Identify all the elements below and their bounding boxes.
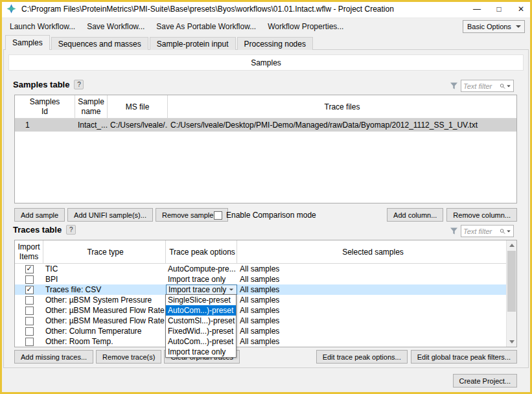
selected-samples-cell[interactable]: All samples [237,284,506,295]
window-title: C:\Program Files\ProteinMetrics\PMI-Suit… [21,5,394,14]
add-missing-traces-button[interactable]: Add missing traces... [14,350,93,364]
column-header-trace-type[interactable]: Trace type [43,240,166,263]
trace-type-cell: Other: µBSM System Pressure [43,295,166,305]
scroll-up-icon[interactable] [507,240,516,250]
trace-type-cell: Other: Column Temperature [43,326,166,336]
search-icon [500,227,505,235]
help-icon[interactable]: ? [74,80,84,89]
import-checkbox[interactable] [25,286,34,294]
traces-filter-input[interactable] [463,227,500,235]
add-sample-button[interactable]: Add sample [14,208,65,222]
samples-table: Samples Id Sample name MS file Trace fil… [14,95,517,203]
traces-table-section-header: Traces table ? [13,225,76,235]
trace-peak-cell[interactable]: AutoCompute-pre... [166,264,237,274]
dropdown-item[interactable]: AutoCom...)-preset [166,305,236,316]
samples-buttons-right: Add column... Remove column... [387,208,517,222]
import-checkbox[interactable] [25,275,34,284]
selected-samples-cell[interactable]: All samples [237,295,506,305]
column-header-import-items[interactable]: Import Items [15,240,43,263]
help-icon[interactable]: ? [66,225,76,235]
traces-text-filter [461,225,514,237]
trace-row[interactable]: Other: Room Temp. All samples [15,336,506,347]
launch-workflow-button[interactable]: Launch Workflow... [4,20,81,33]
tab-samples[interactable]: Samples [5,35,50,50]
dropdown-item[interactable]: SingleSlice-preset [166,295,236,305]
filter-funnel-icon [450,82,458,90]
trace-row[interactable]: Other: µBSM Measured Flow Rate B All sam… [15,316,506,326]
traces-table-title: Traces table [13,225,62,235]
dropdown-item[interactable]: CustomSl...)-preset [166,316,236,326]
trace-peak-cell[interactable]: Import trace only [166,274,237,284]
enable-comparison-mode-checkbox[interactable] [214,211,222,220]
trace-row[interactable]: Other: Column Temperature All samples [15,326,506,336]
remove-column-button[interactable]: Remove column... [446,208,517,222]
edit-global-trace-peak-filters-button[interactable]: Edit global trace peak filters... [411,350,517,364]
chevron-down-icon[interactable] [229,288,233,290]
workflow-properties-button[interactable]: Workflow Properties... [262,20,349,33]
footer: Create Project... [453,374,517,388]
traces-buttons-right: Edit trace peak options... Edit global t… [316,350,517,364]
chevron-down-icon[interactable] [507,230,511,232]
selected-samples-cell[interactable]: All samples [237,336,506,347]
add-unifi-samples-button[interactable]: Add UNIFI sample(s)... [67,208,153,222]
import-checkbox[interactable] [25,307,34,315]
close-button[interactable]: ✕ [510,0,532,17]
column-header-trace-files[interactable]: Trace files [168,95,516,118]
import-checkbox[interactable] [25,338,34,346]
column-header-label: MS file [126,102,150,111]
create-project-button[interactable]: Create Project... [453,374,517,388]
samples-buttons-left: Add sample Add UNIFI sample(s)... Remove… [14,208,228,222]
trace-type-cell: Traces file: CSV [43,284,166,295]
trace-row[interactable]: Other: µBSM Measured Flow Rate A All sam… [15,305,506,316]
traces-table-header: Import Items Trace type Trace peak optio… [15,240,506,264]
selected-samples-cell[interactable]: All samples [237,326,506,336]
basic-options-combobox[interactable]: Basic Options [463,20,525,33]
selected-samples-cell[interactable]: All samples [237,305,506,316]
samples-table-section-header: Samples table ? [13,80,84,89]
table-row[interactable]: 1 Intact_... C:/Users/lveale/... C:/User… [15,119,516,132]
trace-row[interactable]: BPI Import trace only All samples [15,274,506,284]
import-checkbox[interactable] [25,327,34,336]
chevron-down-icon[interactable] [507,85,511,87]
scroll-down-icon[interactable] [507,337,516,347]
trace-row[interactable]: Other: µBSM System Pressure All samples [15,295,506,305]
edit-trace-peak-options-button[interactable]: Edit trace peak options... [316,350,408,364]
samples-filter-group [450,80,514,92]
selected-samples-cell[interactable]: All samples [237,316,506,326]
trace-row-selected[interactable]: Traces file: CSV Import trace only All s… [15,284,506,295]
trace-row[interactable]: TIC AutoCompute-pre... All samples [15,264,506,274]
tab-processing-nodes[interactable]: Processing nodes [237,37,313,50]
column-header-label: Trace peak options [169,248,235,257]
scrollbar-thumb[interactable] [507,251,516,312]
column-header-trace-peak-options[interactable]: Trace peak options [166,240,237,263]
tab-sample-protein-input[interactable]: Sample-protein input [150,37,236,50]
selected-samples-cell[interactable]: All samples [237,274,506,284]
remove-traces-button[interactable]: Remove trace(s) [96,350,161,364]
selected-samples-cell[interactable]: All samples [237,264,506,274]
column-header-selected-samples[interactable]: Selected samples [237,240,506,263]
import-checkbox[interactable] [25,317,34,325]
save-workflow-button[interactable]: Save Workflow... [81,20,150,33]
dropdown-item[interactable]: FixedWid...)-preset [166,326,236,336]
save-as-portable-workflow-button[interactable]: Save As Portable Workflow... [150,20,262,33]
import-checkbox[interactable] [25,265,34,273]
column-header-label: Selected samples [342,248,404,257]
import-checkbox[interactable] [25,296,34,305]
project-creation-window: C:\Program Files\ProteinMetrics\PMI-Suit… [0,0,532,394]
traces-filter-group [450,225,514,237]
column-header-sample-name[interactable]: Sample name [75,95,108,118]
dropdown-item[interactable]: Import trace only [166,347,236,357]
column-header-ms-file[interactable]: MS file [108,95,168,118]
trace-peak-options-dropdown: SingleSlice-preset AutoCom...)-preset Cu… [165,294,237,358]
add-column-button[interactable]: Add column... [387,208,443,222]
maximize-button[interactable]: □ [488,0,510,17]
samples-filter-input[interactable] [463,82,500,90]
vertical-scrollbar[interactable] [506,240,516,347]
tab-sequences-and-masses[interactable]: Sequences and masses [51,37,148,50]
filter-funnel-icon [450,227,458,235]
minimize-button[interactable]: — [466,0,488,17]
column-header-samples-id[interactable]: Samples Id [15,95,75,118]
dropdown-item[interactable]: AutoCom...)-preset [166,336,236,347]
trace-type-cell: BPI [43,274,166,284]
trace-peak-combobox[interactable]: Import trace only [166,284,237,295]
